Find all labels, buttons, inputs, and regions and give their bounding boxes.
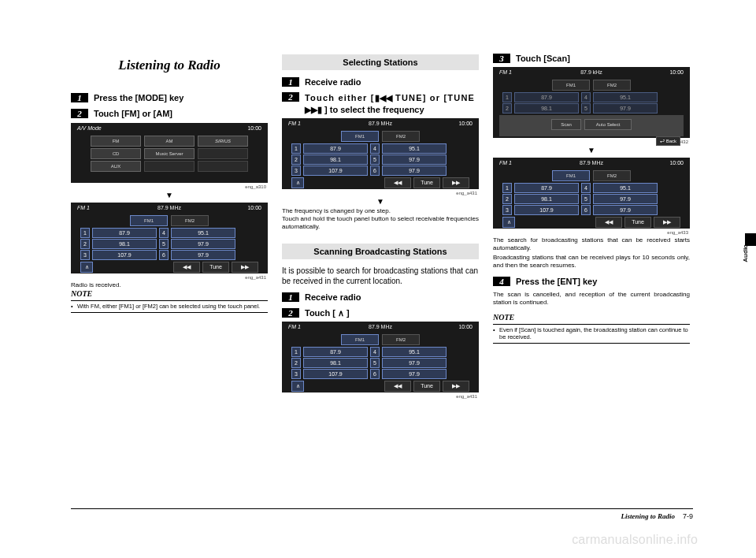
preset-num[interactable]: 1 [291,143,301,154]
preset-freq[interactable]: 97.9 [171,250,235,260]
empty-button [144,161,195,172]
chevron-up-icon[interactable]: ∧ [502,217,515,228]
empty-button [198,148,248,159]
preset-num[interactable]: 2 [80,239,90,249]
back-button[interactable]: ⮐ Back [656,136,680,146]
preset-num[interactable]: 4 [370,143,380,154]
preset-num[interactable]: 6 [370,369,380,379]
sirius-button[interactable]: SIRIUS [198,136,248,147]
preset-num[interactable]: 2 [502,194,512,204]
preset-num[interactable]: 2 [291,358,301,368]
fm1-tab[interactable]: FM1 [130,215,168,226]
preset-num[interactable]: 5 [370,154,380,165]
preset-freq[interactable]: 95.1 [593,183,658,193]
divider [71,312,268,313]
preset-freq[interactable]: 107.9 [514,205,579,215]
tune-prev-button[interactable]: ◀◀ [384,381,411,392]
fm2-tab[interactable]: FM2 [171,215,209,226]
fm2-tab[interactable]: FM2 [382,131,420,142]
screenshot-av-mode: A/V Mode 10:00 FM AM SIRIUS CD Music Ser… [71,123,268,183]
preset-freq[interactable]: 95.1 [382,143,447,154]
preset-row: 3 107.9 6 97.9 [80,250,258,260]
preset-freq[interactable]: 98.1 [514,194,579,204]
fm2-tab[interactable]: FM2 [593,80,631,91]
preset-freq[interactable]: 87.9 [303,143,368,154]
fm1-tab[interactable]: FM1 [341,131,379,142]
aux-button[interactable]: AUX [91,161,141,172]
fm-button[interactable]: FM [91,136,141,147]
chevron-up-icon[interactable]: ∧ [291,381,304,392]
preset-freq[interactable]: 107.9 [92,250,157,260]
fm1-tab[interactable]: FM1 [552,170,590,181]
step-text: Press the [MODE] key [94,92,183,103]
preset-num[interactable]: 3 [80,250,90,260]
tune-label: Tune [413,381,440,392]
preset-num[interactable]: 3 [291,369,301,379]
screenshot-fm-presets: FM 1 87.9 MHz 10:00 FM1 FM2 1 87.9 4 95.… [71,203,268,273]
step-number-icon: 1 [71,93,88,102]
step-number-icon: 2 [71,109,88,118]
tune-prev-button[interactable]: ◀◀ [384,177,411,188]
chevron-up-icon[interactable]: ∧ [291,177,304,188]
tune-next-button[interactable]: ▶▶ [654,217,680,228]
preset-num[interactable]: 5 [370,358,380,368]
preset-freq[interactable]: 97.9 [382,369,447,379]
fm1-tab[interactable]: FM1 [552,80,590,91]
cd-button[interactable]: CD [91,148,141,159]
preset-freq[interactable]: 87.9 [92,228,157,238]
preset-num[interactable]: 1 [502,183,512,193]
preset-freq[interactable]: 97.9 [171,239,235,249]
preset-freq[interactable]: 87.9 [303,347,368,357]
preset-freq[interactable]: 97.9 [382,358,447,368]
tune-prev-button[interactable]: ◀◀ [173,262,200,273]
preset-freq[interactable]: 107.9 [303,369,368,379]
step-number-icon: 3 [493,54,510,63]
preset-freq[interactable]: 98.1 [92,239,157,249]
preset-num[interactable]: 4 [159,228,169,238]
preset-num[interactable]: 2 [291,154,301,165]
preset-freq[interactable]: 97.9 [382,154,447,165]
preset-freq[interactable]: 97.9 [593,194,658,204]
preset-num[interactable]: 5 [581,194,591,204]
preset-num[interactable]: 1 [291,347,301,357]
music-server-button[interactable]: Music Server [144,148,195,159]
empty-button [198,161,248,172]
step-text: Touch [ ∧ ] [305,307,350,318]
scan-button[interactable]: Scan [551,119,581,130]
preset-freq[interactable]: 107.9 [303,166,368,176]
preset-freq[interactable]: 97.9 [593,205,658,215]
preset-num[interactable]: 3 [502,205,512,215]
preset-num[interactable]: 4 [370,347,380,357]
step-number-icon: 4 [493,277,510,286]
preset-num[interactable]: 5 [159,239,169,249]
fm1-tab[interactable]: FM1 [341,334,379,345]
screenshot-fm-presets: FM 1 87.9 MHz 10:00 FM1FM2 187.9495.1 29… [282,322,479,392]
tune-prev-button[interactable]: ◀◀ [595,217,622,228]
preset-freq[interactable]: 98.1 [303,154,368,165]
tune-bar: ∧ ◀◀ Tune ▶▶ [80,262,258,273]
preset-freq[interactable]: 97.9 [382,166,447,176]
preset-freq[interactable]: 87.9 [514,183,579,193]
flow-arrow-icon: ▼ [71,191,268,199]
tune-next-button[interactable]: ▶▶ [443,381,469,392]
preset-num[interactable]: 4 [581,183,591,193]
fm2-tab[interactable]: FM2 [382,334,420,345]
frequency-readout: 87.9 kHz [580,69,602,75]
preset-num[interactable]: 6 [370,166,380,176]
preset-freq[interactable]: 98.1 [303,358,368,368]
tune-next-button[interactable]: ▶▶ [443,177,469,188]
chevron-up-icon[interactable]: ∧ [80,262,93,273]
preset-num: 1 [502,92,512,102]
preset-num[interactable]: 6 [581,205,591,215]
fm2-tab[interactable]: FM2 [593,170,631,181]
column-2: Selecting Stations 1 Receive radio 2 Tou… [282,51,479,516]
preset-num[interactable]: 3 [291,166,301,176]
preset-freq[interactable]: 95.1 [382,347,447,357]
auto-select-button[interactable]: Auto Select [584,119,632,130]
preset-freq[interactable]: 95.1 [171,228,235,238]
tune-next-button[interactable]: ▶▶ [232,262,258,273]
frequency-readout: 87.9 MHz [158,205,181,210]
am-button[interactable]: AM [144,136,195,147]
preset-num[interactable]: 1 [80,228,90,238]
preset-num[interactable]: 6 [159,250,169,260]
